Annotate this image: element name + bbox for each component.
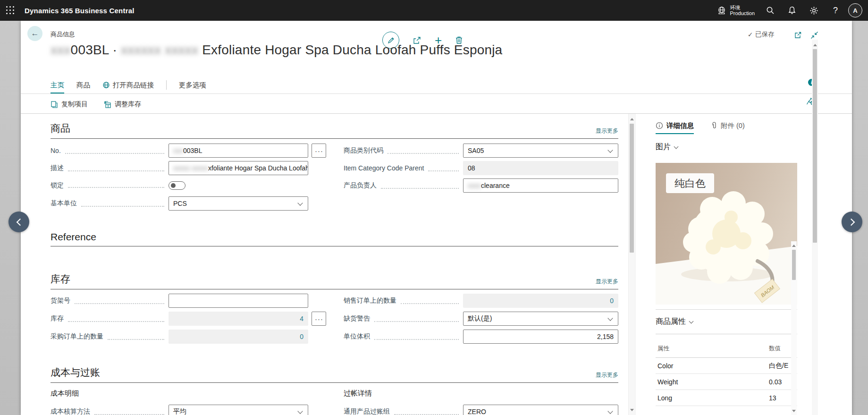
tab-item[interactable]: 商品 <box>76 78 90 92</box>
scroll-up-arrow[interactable] <box>791 242 797 249</box>
chevron-right-icon <box>847 218 855 226</box>
qty-sales-field[interactable]: 0 <box>463 294 618 308</box>
link-globe-icon <box>102 81 110 89</box>
chevron-down-icon <box>297 408 303 414</box>
app-launcher-waffle-icon[interactable] <box>0 0 21 21</box>
shelf-no-input[interactable] <box>169 294 308 308</box>
open-in-window-button[interactable] <box>794 31 802 39</box>
app-title: Dynamics 365 Business Central <box>25 7 135 15</box>
field-product-owner: 产品负责人 xxxxclearance <box>344 178 618 193</box>
section-item-header: 商品 显示更多 <box>51 122 618 139</box>
field-shelf-no: 货架号 <box>51 293 308 308</box>
title-redacted-name: xxxxxx xxxxx <box>121 42 202 57</box>
help-button[interactable]: ? <box>825 0 846 21</box>
main-scrollbar[interactable] <box>628 114 634 415</box>
costing-method-select[interactable]: 平均 <box>169 405 308 415</box>
cost-show-more-link[interactable]: 显示更多 <box>596 371 618 379</box>
copy-item-action[interactable]: 复制项目 <box>51 100 88 109</box>
avatar[interactable]: A <box>848 3 862 17</box>
chevron-down-icon <box>689 319 694 323</box>
inventory-assist-button[interactable]: ··· <box>312 312 326 326</box>
attributes-part-header[interactable]: 商品属性 <box>656 317 693 327</box>
field-item-category: 商品类别代码 SA05 <box>344 143 618 158</box>
page-caption: 商品信息 <box>51 30 75 39</box>
cost-details-group-caption: 成本明细 <box>51 389 79 398</box>
field-base-uom: 基本单位 PCS <box>51 196 308 211</box>
field-description: 描述 xxxxx xxxxxxfoliante Hogar Spa Ducha … <box>51 161 308 176</box>
back-arrow-icon: ← <box>31 29 39 38</box>
search-button[interactable] <box>759 0 781 21</box>
item-picture[interactable]: BAOM 纯白色 <box>656 163 797 305</box>
field-gen-prod-posting-group: 通用产品过账组 ZERO <box>344 404 618 415</box>
check-icon: ✓ <box>748 31 753 38</box>
base-uom-select[interactable]: PCS <box>169 196 308 211</box>
table-row[interactable]: Color白色/E <box>656 358 797 374</box>
item-show-more-link[interactable]: 显示更多 <box>596 127 618 135</box>
chevron-left-icon <box>16 218 24 226</box>
attributes-scrollbar-thumb[interactable] <box>792 250 796 280</box>
factbox-scrollbar[interactable] <box>812 40 818 415</box>
scroll-up-arrow[interactable] <box>812 42 818 48</box>
section-cost-title: 成本与过账 <box>51 366 100 379</box>
attributes-table-header: 属性数值 <box>656 334 797 358</box>
no-input[interactable]: xxx003BL <box>169 144 308 158</box>
gear-icon <box>809 6 818 15</box>
info-circle-icon <box>656 122 663 129</box>
bell-icon <box>788 6 796 15</box>
factbox-pane: 详细信息 附件 (0) 图片 <box>635 114 852 415</box>
section-inventory-header: 库存 显示更多 <box>51 272 618 289</box>
tab-more-options[interactable]: 更多选项 <box>179 78 206 92</box>
scroll-down-arrow[interactable] <box>629 407 635 413</box>
blocked-toggle[interactable] <box>169 181 185 190</box>
environment-button[interactable]: 环境 Production <box>712 0 759 21</box>
title-redacted-code: xxx <box>51 42 71 57</box>
main-scrollbar-thumb[interactable] <box>630 124 634 253</box>
chevron-down-icon <box>297 200 303 205</box>
save-status: ✓ 已保存 <box>748 30 775 39</box>
stockout-warning-select[interactable]: 默认(是) <box>463 312 618 326</box>
copy-icon <box>51 101 58 109</box>
item-attributes-table: 属性数值 Color白色/E Weight0.03 Long13 <box>656 334 797 406</box>
tab-divider <box>166 80 167 90</box>
chevron-down-icon <box>607 315 613 321</box>
description-input[interactable]: xxxxx xxxxxxfoliante Hogar Spa Ducha Loo… <box>169 161 308 175</box>
item-category-parent-field: 08 <box>463 161 618 175</box>
item-category-select[interactable]: SA05 <box>463 144 618 158</box>
search-icon <box>766 6 775 15</box>
qty-purchase-field[interactable]: 0 <box>169 330 308 344</box>
next-record-button[interactable] <box>842 212 862 232</box>
no-assist-button[interactable]: ··· <box>312 144 326 158</box>
chevron-down-icon <box>607 147 613 152</box>
field-unit-volume: 单位体积 2,158 <box>344 329 618 344</box>
notifications-button[interactable] <box>781 0 803 21</box>
factbox-scrollbar-thumb[interactable] <box>813 49 817 243</box>
factbox-tab-details[interactable]: 详细信息 <box>656 119 694 132</box>
table-row[interactable]: Weight0.03 <box>656 374 797 390</box>
section-item-title: 商品 <box>51 122 70 135</box>
section-reference-header: Reference <box>51 231 618 246</box>
tab-open-item-link[interactable]: 打开商品链接 <box>102 78 154 92</box>
field-blocked: 锁定 <box>51 179 185 192</box>
unit-volume-input[interactable]: 2,158 <box>463 330 618 344</box>
picture-part-header[interactable]: 图片 <box>656 142 678 152</box>
factbox-tab-attachments[interactable]: 附件 (0) <box>711 119 745 132</box>
settings-button[interactable] <box>803 0 825 21</box>
adjust-inventory-action[interactable]: 调整库存 <box>104 100 141 109</box>
collapse-button[interactable] <box>810 31 818 39</box>
field-qty-purchase: 采购订单上的数量 0 <box>51 329 308 344</box>
previous-record-button[interactable] <box>8 212 29 232</box>
gen-prod-posting-select[interactable]: ZERO <box>463 405 618 415</box>
inventory-show-more-link[interactable]: 显示更多 <box>596 278 618 286</box>
inventory-field[interactable]: 4 <box>169 312 308 326</box>
picture-badge-text: 纯白色 <box>674 178 706 189</box>
section-cost-header: 成本与过账 显示更多 <box>51 366 618 383</box>
product-owner-input[interactable]: xxxxclearance <box>463 178 618 193</box>
tab-home[interactable]: 主页 <box>51 78 64 92</box>
back-button[interactable]: ← <box>27 26 42 41</box>
table-row[interactable]: Long13 <box>656 390 797 406</box>
open-in-window-icon <box>794 31 802 39</box>
environment-name: Production <box>730 10 755 16</box>
scroll-up-arrow[interactable] <box>629 116 635 122</box>
attributes-scrollbar[interactable] <box>791 241 797 415</box>
scroll-down-arrow[interactable] <box>791 407 797 414</box>
